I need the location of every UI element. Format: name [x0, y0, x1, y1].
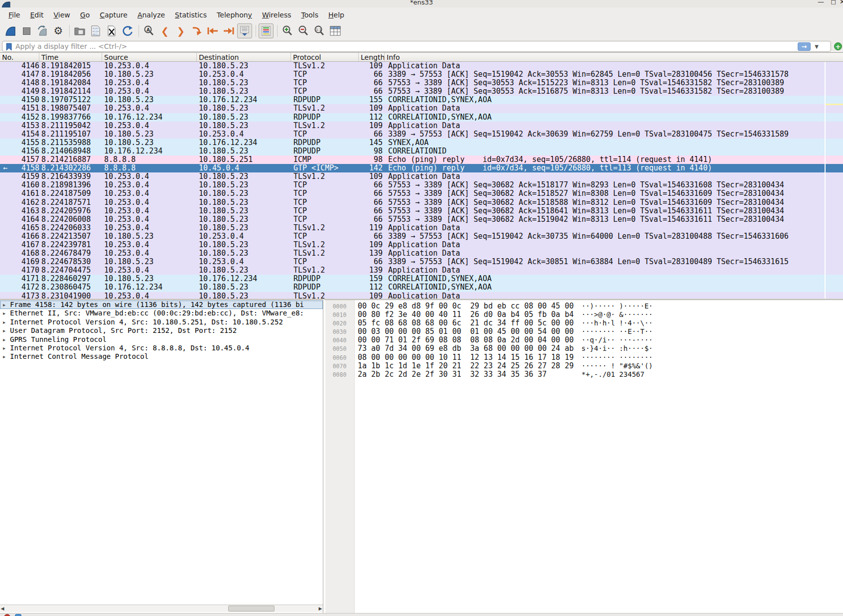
- hex-bytes[interactable]: 00 03 00 00 00 85 01 00 01 00 45 00 00 5…: [358, 327, 572, 336]
- expand-arrow-icon[interactable]: ▸: [3, 318, 5, 326]
- detail-line-6[interactable]: ▸Internet Control Message Protocol: [0, 352, 323, 361]
- menu-telephony[interactable]: Telephony: [212, 9, 257, 20]
- hex-ascii[interactable]: ······ ! "#$%&'(): [581, 362, 653, 370]
- packet-row-4160[interactable]: 41608.21898139610.253.0.410.180.5.23TCP6…: [0, 181, 825, 189]
- hex-bytes[interactable]: 00 80 f2 3e 40 00 40 11 26 d0 0a b4 05 f…: [358, 310, 572, 319]
- menu-wireless[interactable]: Wireless: [257, 9, 296, 20]
- zoom-in-icon[interactable]: [280, 23, 295, 38]
- packet-row-4149[interactable]: 41498.19184211410.253.0.410.180.5.23TCP6…: [0, 87, 825, 96]
- packet-row-4168[interactable]: 41688.22467847910.253.0.410.180.5.23TLSv…: [0, 249, 825, 258]
- hex-ascii[interactable]: ··)····· )·····E·: [581, 302, 653, 310]
- resize-columns-icon[interactable]: [328, 23, 343, 38]
- column-header-protocol[interactable]: Protocol: [291, 53, 359, 61]
- hex-bytes[interactable]: 05 fc 08 68 08 68 00 6c 21 dc 34 ff 00 5…: [358, 319, 572, 327]
- packet-row-4164[interactable]: 41648.22420600810.253.0.410.180.5.23TCP6…: [0, 215, 825, 224]
- column-header-no[interactable]: No.: [0, 53, 39, 61]
- hex-ascii[interactable]: *+,-./01 234567: [581, 370, 644, 379]
- expand-arrow-icon[interactable]: ▸: [3, 301, 5, 309]
- menu-file[interactable]: File: [3, 9, 25, 20]
- packet-row-4158[interactable]: 4158←8.2143022868.8.8.810.45.0.4GTP <ICM…: [0, 164, 825, 172]
- hex-line-0080[interactable]: 00802a 2b 2c 2d 2e 2f 30 31 32 33 34 35 …: [324, 370, 843, 379]
- packet-row-4146[interactable]: 41468.19184201510.253.0.410.180.5.23TLSv…: [0, 62, 825, 70]
- packet-row-4169[interactable]: 41698.22467853010.180.5.2310.253.0.4TCP6…: [0, 258, 825, 266]
- column-header-time[interactable]: Time: [39, 53, 102, 61]
- hex-line-0040[interactable]: 004000 00 71 01 2f 69 08 08 08 08 0a 2d …: [324, 336, 843, 344]
- minimize-button[interactable]: —: [818, 0, 824, 5]
- packet-row-4159[interactable]: 41598.21643393910.253.0.410.180.5.23TLSv…: [0, 172, 825, 181]
- packet-row-4157[interactable]: 41578.2142168878.8.8.810.180.5.251ICMP98…: [0, 155, 825, 164]
- display-filter-input[interactable]: Apply a display filter ... <Ctrl-/> → ▼: [2, 41, 831, 52]
- menu-view[interactable]: View: [49, 9, 75, 20]
- menu-go[interactable]: Go: [75, 9, 95, 20]
- menu-capture[interactable]: Capture: [95, 9, 133, 20]
- hex-ascii[interactable]: ········ ··E··T··: [581, 327, 653, 336]
- packet-row-4172[interactable]: 41728.23086047510.176.12.23410.180.5.23R…: [0, 283, 825, 292]
- packet-row-4155[interactable]: 41558.21153598810.180.5.2310.176.12.234R…: [0, 139, 825, 147]
- hex-ascii[interactable]: s·}4·i·· :h····$·: [581, 344, 653, 353]
- hex-ascii[interactable]: ···h·h·l !·4··\··: [581, 319, 653, 327]
- packet-row-4147[interactable]: 41478.19184205610.180.5.2310.253.0.4TCP6…: [0, 70, 825, 79]
- hex-ascii[interactable]: ········ ········: [581, 353, 653, 362]
- hex-line-0030[interactable]: 003000 03 00 00 00 85 01 00 01 00 45 00 …: [324, 327, 843, 336]
- hex-bytes[interactable]: 00 0c 29 e8 d8 9f 00 0c 29 bd eb cc 08 0…: [358, 302, 572, 310]
- hex-line-0070[interactable]: 00701a 1b 1c 1d 1e 1f 20 21 22 23 24 25 …: [324, 362, 843, 370]
- auto-scroll-icon[interactable]: [237, 23, 252, 38]
- detail-line-1[interactable]: ▸Ethernet II, Src: VMware_bd:eb:cc (00:0…: [0, 309, 323, 317]
- packet-row-4173[interactable]: 41738.23104190010.253.0.410.180.5.23TLSv…: [0, 292, 825, 299]
- reload-file-icon[interactable]: [120, 23, 135, 38]
- hex-bytes[interactable]: 1a 1b 1c 1d 1e 1f 20 21 22 23 24 25 26 2…: [358, 362, 572, 370]
- scroll-right-icon[interactable]: ▶: [318, 605, 323, 612]
- hex-ascii[interactable]: ··q·/i·· ···-····: [581, 336, 653, 344]
- open-file-icon[interactable]: [72, 23, 87, 38]
- capture-comment-icon[interactable]: [15, 614, 21, 616]
- detail-line-2[interactable]: ▸Internet Protocol Version 4, Src: 10.18…: [0, 318, 323, 326]
- column-header-destination[interactable]: Destination: [197, 53, 291, 61]
- filter-dropdown-icon[interactable]: ▼: [815, 44, 819, 49]
- packet-row-4161[interactable]: 41618.22418750910.253.0.410.180.5.23TCP6…: [0, 189, 825, 198]
- hex-bytes[interactable]: 73 a0 7d 34 00 69 e8 db 3a 68 00 00 00 0…: [358, 344, 572, 353]
- packet-row-4163[interactable]: 41638.22420597610.253.0.410.180.5.23TCP6…: [0, 207, 825, 215]
- menu-statistics[interactable]: Statistics: [170, 9, 212, 20]
- packet-row-4154[interactable]: 41548.21119510710.180.5.2310.253.0.4TCP6…: [0, 130, 825, 139]
- expand-arrow-icon[interactable]: ▸: [3, 335, 5, 344]
- expert-info-icon[interactable]: [4, 614, 10, 616]
- packet-row-4151[interactable]: 41518.19807540710.253.0.410.180.5.23TLSv…: [0, 104, 825, 113]
- titlebar[interactable]: *ens33 — ◻ ✕: [0, 0, 843, 7]
- packet-row-4167[interactable]: 41678.22423978110.253.0.410.180.5.23TLSv…: [0, 241, 825, 249]
- hex-line-0010[interactable]: 001000 80 f2 3e 40 00 40 11 26 d0 0a b4 …: [324, 310, 843, 319]
- go-to-packet-icon[interactable]: [189, 23, 204, 38]
- hex-line-0060[interactable]: 006008 00 00 00 00 00 10 11 12 13 14 15 …: [324, 353, 843, 362]
- expand-arrow-icon[interactable]: ▸: [3, 326, 5, 335]
- hex-line-0020[interactable]: 002005 fc 08 68 08 68 00 6c 21 dc 34 ff …: [324, 319, 843, 327]
- zoom-original-icon[interactable]: 1:1: [312, 23, 327, 38]
- column-header-length[interactable]: Length: [359, 53, 385, 61]
- packet-list-scrollbar-minimap[interactable]: [826, 62, 843, 299]
- packet-row-4165[interactable]: 41658.22420603310.253.0.410.180.5.23TLSv…: [0, 224, 825, 232]
- packet-row-4150[interactable]: 41508.19707512210.180.5.2310.176.12.234R…: [0, 96, 825, 104]
- find-packet-icon[interactable]: A: [141, 23, 156, 38]
- scrollbar-thumb[interactable]: [228, 606, 275, 612]
- filter-bookmark-icon[interactable]: [6, 43, 12, 53]
- filter-apply-button[interactable]: →: [798, 42, 811, 51]
- hex-bytes[interactable]: 08 00 00 00 00 00 10 11 12 13 14 15 16 1…: [358, 353, 572, 362]
- colorize-packets-icon[interactable]: [259, 23, 274, 38]
- detail-line-5[interactable]: ▸Internet Protocol Version 4, Src: 8.8.8…: [0, 344, 323, 352]
- zoom-out-icon[interactable]: [296, 23, 311, 38]
- menu-edit[interactable]: Edit: [25, 9, 48, 20]
- packet-row-4166[interactable]: 41668.22421350710.180.5.2310.253.0.4TCP6…: [0, 232, 825, 241]
- go-back-icon[interactable]: ❮: [157, 23, 172, 38]
- packet-row-4170[interactable]: 41708.22470447510.253.0.410.180.5.23TLSv…: [0, 266, 825, 275]
- hex-bytes[interactable]: 2a 2b 2c 2d 2e 2f 30 31 32 33 34 35 36 3…: [358, 370, 572, 379]
- menu-tools[interactable]: Tools: [296, 9, 324, 20]
- hex-bytes[interactable]: 00 00 71 01 2f 69 08 08 08 08 0a 2d 00 0…: [358, 336, 572, 344]
- column-header-info[interactable]: Info: [385, 53, 843, 61]
- save-file-icon[interactable]: 010101100011: [88, 23, 103, 38]
- menu-help[interactable]: Help: [323, 9, 349, 20]
- detail-line-0[interactable]: ▸Frame 4158: 142 bytes on wire (1136 bit…: [0, 301, 323, 309]
- hex-line-0000[interactable]: 000000 0c 29 e8 d8 9f 00 0c 29 bd eb cc …: [324, 302, 843, 310]
- column-header-source[interactable]: Source: [102, 53, 197, 61]
- hex-ascii[interactable]: ···>@·@· &·······: [581, 310, 653, 319]
- go-forward-icon[interactable]: ❯: [173, 23, 188, 38]
- capture-options-icon[interactable]: ⚙: [51, 23, 66, 38]
- maximize-button[interactable]: ◻: [831, 0, 836, 5]
